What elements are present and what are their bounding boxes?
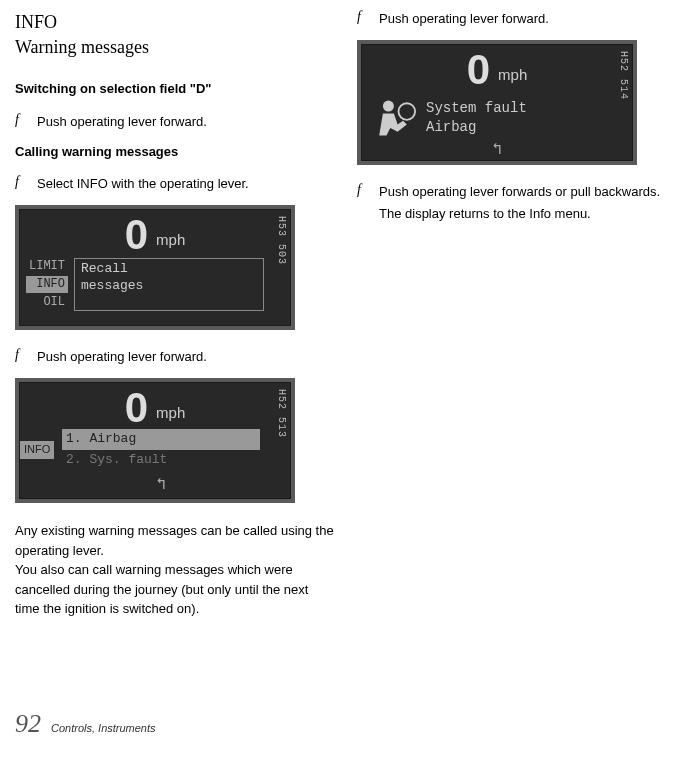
speed-value: 0 (467, 49, 490, 91)
section-title: INFO (15, 10, 335, 35)
step-sub-text: The display returns to the Info menu. (379, 205, 677, 223)
speed-unit: mph (498, 64, 527, 91)
speed-value: 0 (125, 387, 148, 429)
page-number: 92 (15, 706, 41, 742)
step-marker-icon: f (357, 10, 369, 24)
display-recall-messages: H53 503 0 mph LIMIT INFO OIL Recall mess… (15, 205, 295, 330)
fault-line2: Airbag (426, 118, 527, 138)
step-text: Push operating lever forward. (379, 10, 677, 28)
image-tag: H53 503 (274, 216, 288, 265)
step-main-text: Push operating lever forwards or pull ba… (379, 184, 660, 199)
speed-value: 0 (125, 214, 148, 256)
back-arrow-icon: ↰ (62, 474, 260, 496)
step-select-info: f Select INFO with the operating lever. (15, 175, 335, 193)
step-text: Push operating lever forward. (37, 348, 335, 366)
back-arrow-icon: ↰ (362, 139, 632, 161)
recall-line2: messages (81, 278, 255, 295)
left-column: INFO Warning messages Switching on selec… (15, 10, 335, 629)
image-tag: H52 513 (274, 389, 288, 438)
menu-item-limit: LIMIT (26, 258, 68, 275)
subheading-selection-field: Switching on selection field "D" (15, 80, 335, 98)
step-text: Select INFO with the operating lever. (37, 175, 335, 193)
step-push-lever-3: f Push operating lever forward. (357, 10, 677, 28)
speed-unit: mph (156, 402, 185, 429)
fault-text: System fault Airbag (426, 99, 527, 138)
page-footer: 92 Controls, Instruments (15, 706, 156, 742)
list-item-airbag: 1. Airbag (62, 429, 260, 449)
footer-section: Controls, Instruments (51, 721, 156, 736)
step-push-lever-1: f Push operating lever forward. (15, 113, 335, 131)
speed-unit: mph (156, 229, 185, 256)
recall-box: Recall messages (74, 258, 264, 310)
body-paragraph: Any existing warning messages can be cal… (15, 521, 335, 619)
svg-point-1 (399, 103, 416, 120)
recall-line1: Recall (81, 261, 255, 278)
right-column: f Push operating lever forward. H52 514 … (357, 10, 677, 629)
list-item-sysfault: 2. Sys. fault (62, 450, 260, 470)
menu-list: LIMIT INFO OIL (26, 258, 68, 310)
svg-point-0 (383, 101, 394, 112)
section-subtitle: Warning messages (15, 35, 335, 60)
info-label: INFO (20, 441, 54, 458)
step-marker-icon: f (357, 183, 369, 197)
step-marker-icon: f (15, 113, 27, 127)
fault-line1: System fault (426, 99, 527, 119)
menu-item-oil: OIL (26, 294, 68, 311)
step-push-lever-2: f Push operating lever forward. (15, 348, 335, 366)
step-text: Push operating lever forwards or pull ba… (379, 183, 677, 223)
display-system-fault: H52 514 0 mph System fault (357, 40, 637, 165)
step-marker-icon: f (15, 175, 27, 189)
display-info-list: H52 513 INFO 0 mph 1. Airbag 2. Sys. fau… (15, 378, 295, 503)
image-tag: H52 514 (616, 51, 630, 100)
menu-item-info: INFO (26, 276, 68, 293)
step-text: Push operating lever forward. (37, 113, 335, 131)
subheading-calling-warnings: Calling warning messages (15, 143, 335, 161)
step-marker-icon: f (15, 348, 27, 362)
airbag-person-icon (370, 95, 416, 141)
step-push-pull-lever: f Push operating lever forwards or pull … (357, 183, 677, 223)
